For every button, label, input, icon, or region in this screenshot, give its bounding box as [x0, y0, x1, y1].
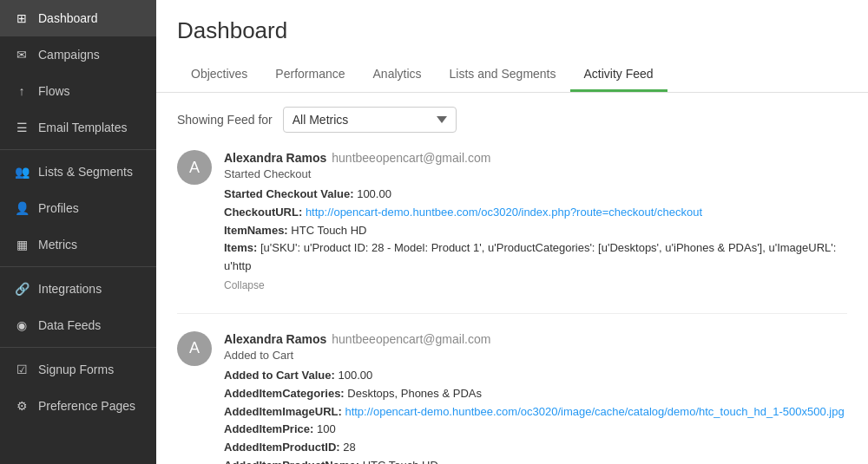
feed-content: Alexandra Ramoshuntbeeopencart@gmail.com… — [224, 331, 847, 464]
collapse-link[interactable]: Collapse — [224, 279, 265, 291]
feed-detail-line: Items: [u'SKU': u'Product ID: 28 - Model… — [224, 239, 847, 276]
feed-details: Started Checkout Value: 100.00CheckoutUR… — [224, 186, 847, 276]
sidebar-item-preference-pages[interactable]: ⚙Preference Pages — [0, 388, 156, 424]
feed-details: Added to Cart Value: 100.00AddedItemCate… — [224, 367, 847, 464]
feed-item: AAlexandra Ramoshuntbeeopencart@gmail.co… — [177, 150, 847, 292]
feed-detail-line: CheckoutURL: http://opencart-demo.huntbe… — [224, 204, 847, 222]
feed-email: huntbeeopencart@gmail.com — [332, 151, 490, 165]
feed-detail-key: AddedItemProductName: — [224, 459, 363, 464]
feed-detail-line: Added to Cart Value: 100.00 — [224, 367, 847, 385]
tab-objectives[interactable]: Objectives — [177, 58, 261, 92]
sidebar-divider — [0, 149, 156, 150]
sidebar-divider — [0, 347, 156, 348]
feed-detail-key: CheckoutURL: — [224, 206, 306, 219]
feed-detail-line: AddedItemCategories: Desktops, Phones & … — [224, 385, 847, 403]
feed-detail-line: ItemNames: HTC Touch HD — [224, 222, 847, 240]
feed-detail-key: ItemNames: — [224, 224, 291, 237]
tab-performance[interactable]: Performance — [261, 58, 358, 92]
feed-detail-key: Started Checkout Value: — [224, 187, 357, 200]
tab-bar: ObjectivesPerformanceAnalyticsLists and … — [177, 58, 847, 92]
content-area: Showing Feed for All MetricsOpened Email… — [156, 93, 868, 464]
feed-detail-key: AddedItemCategories: — [224, 387, 347, 400]
feed-detail-value: http://opencart-demo.huntbee.com/oc3020/… — [345, 405, 844, 418]
sidebar-item-profiles[interactable]: 👤Profiles — [0, 190, 156, 226]
feed-detail-key: Added to Cart Value: — [224, 369, 338, 382]
feed-detail-key: AddedItemProductID: — [224, 441, 343, 454]
sidebar-item-label-signup-forms: Signup Forms — [38, 363, 114, 376]
sidebar-item-label-dashboard: Dashboard — [38, 11, 98, 25]
feed-name-line: Alexandra Ramoshuntbeeopencart@gmail.com — [224, 331, 847, 347]
metrics-icon: ▦ — [14, 237, 30, 252]
sidebar: ⊞Dashboard✉Campaigns↑Flows☰Email Templat… — [0, 0, 156, 464]
dashboard-icon: ⊞ — [14, 10, 30, 26]
flows-icon: ↑ — [14, 83, 30, 99]
feed-detail-key: AddedItemPrice: — [224, 422, 317, 435]
sidebar-item-label-integrations: Integrations — [38, 282, 102, 296]
preference-pages-icon: ⚙ — [14, 398, 30, 414]
integrations-icon: 🔗 — [14, 281, 30, 297]
feed-detail-value: http://opencart-demo.huntbee.com/oc3020/… — [306, 206, 702, 219]
tab-lists-and-segments[interactable]: Lists and Segments — [436, 58, 570, 92]
feed-filter-label: Showing Feed for — [177, 113, 273, 127]
sidebar-item-label-email-templates: Email Templates — [38, 121, 127, 134]
sidebar-item-signup-forms[interactable]: ☑Signup Forms — [0, 351, 156, 388]
campaigns-icon: ✉ — [14, 47, 30, 62]
tab-activity-feed[interactable]: Activity Feed — [570, 58, 667, 92]
feed-action: Added to Cart — [224, 349, 847, 362]
sidebar-item-integrations[interactable]: 🔗Integrations — [0, 271, 156, 307]
sidebar-item-campaigns[interactable]: ✉Campaigns — [0, 36, 156, 73]
email-templates-icon: ☰ — [14, 120, 30, 135]
feed-detail-line: AddedItemProductID: 28 — [224, 439, 847, 457]
sidebar-item-label-flows: Flows — [38, 84, 70, 98]
feed-name-line: Alexandra Ramoshuntbeeopencart@gmail.com — [224, 150, 847, 166]
feed-item: AAlexandra Ramoshuntbeeopencart@gmail.co… — [177, 331, 847, 464]
page-title: Dashboard — [177, 17, 847, 44]
sidebar-item-label-lists-segments: Lists & Segments — [38, 165, 133, 179]
sidebar-item-label-profiles: Profiles — [38, 201, 79, 215]
feed-content: Alexandra Ramoshuntbeeopencart@gmail.com… — [224, 150, 847, 292]
profiles-icon: 👤 — [14, 200, 30, 216]
main-header: Dashboard ObjectivesPerformanceAnalytics… — [156, 0, 868, 93]
feed-email: huntbeeopencart@gmail.com — [332, 332, 490, 346]
feed-detail-value: 100 — [317, 422, 336, 435]
sidebar-item-data-feeds[interactable]: ◉Data Feeds — [0, 307, 156, 343]
sidebar-item-email-templates[interactable]: ☰Email Templates — [0, 109, 156, 146]
main-content: Dashboard ObjectivesPerformanceAnalytics… — [156, 0, 868, 464]
sidebar-item-label-campaigns: Campaigns — [38, 48, 100, 62]
sidebar-item-dashboard[interactable]: ⊞Dashboard — [0, 0, 156, 36]
sidebar-item-metrics[interactable]: ▦Metrics — [0, 226, 156, 263]
feed-action: Started Checkout — [224, 167, 847, 180]
feed-name: Alexandra Ramos — [224, 151, 326, 165]
feed-detail-value: HTC Touch HD — [291, 224, 366, 237]
feed-divider — [177, 313, 847, 314]
feed-list: AAlexandra Ramoshuntbeeopencart@gmail.co… — [177, 150, 847, 464]
sidebar-item-lists-segments[interactable]: 👥Lists & Segments — [0, 154, 156, 190]
signup-forms-icon: ☑ — [14, 362, 30, 377]
feed-detail-line: Started Checkout Value: 100.00 — [224, 186, 847, 204]
feed-detail-value: HTC Touch HD — [363, 459, 438, 464]
feed-detail-key: Items: — [224, 241, 260, 254]
sidebar-item-label-preference-pages: Preference Pages — [38, 399, 135, 413]
feed-detail-value: [u'SKU': u'Product ID: 28 - Model: Produ… — [224, 241, 836, 272]
feed-filter: Showing Feed for All MetricsOpened Email… — [177, 107, 847, 133]
sidebar-item-flows[interactable]: ↑Flows — [0, 73, 156, 109]
feed-detail-key: AddedItemImageURL: — [224, 405, 345, 418]
avatar: A — [177, 331, 212, 366]
lists-segments-icon: 👥 — [14, 164, 30, 180]
feed-detail-line: AddedItemImageURL: http://opencart-demo.… — [224, 403, 847, 422]
feed-detail-line: AddedItemPrice: 100 — [224, 421, 847, 439]
sidebar-divider — [0, 266, 156, 267]
sidebar-item-label-data-feeds: Data Feeds — [38, 318, 101, 332]
feed-filter-select[interactable]: All MetricsOpened EmailClicked EmailAdde… — [283, 107, 457, 133]
feed-detail-value: 28 — [343, 441, 355, 454]
feed-detail-value: Desktops, Phones & PDAs — [347, 387, 482, 400]
sidebar-item-label-metrics: Metrics — [38, 238, 77, 252]
feed-name: Alexandra Ramos — [224, 332, 326, 346]
feed-detail-value: 100.00 — [357, 187, 391, 200]
data-feeds-icon: ◉ — [14, 317, 30, 333]
tab-analytics[interactable]: Analytics — [359, 58, 436, 92]
avatar: A — [177, 150, 212, 185]
feed-detail-line: AddedItemProductName: HTC Touch HD — [224, 457, 847, 464]
feed-detail-value: 100.00 — [338, 369, 372, 382]
